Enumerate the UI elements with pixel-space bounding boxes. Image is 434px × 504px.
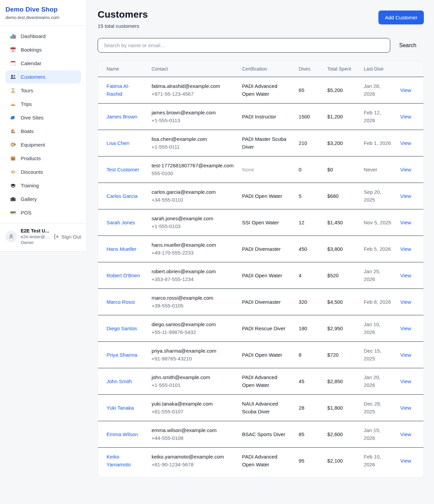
column-header-dives: Dives [295,61,323,77]
customer-last-dive: Sep 20, 2025 [360,183,396,209]
customer-name-link[interactable]: Emma Wilson [106,431,138,437]
table-row: Hans Mueller hans.mueller@example.com +4… [98,236,423,262]
customer-last-dive: Feb 1, 2026 [360,130,396,156]
search-button[interactable]: Search [392,39,424,52]
speedboat-icon [10,101,16,107]
scuba-mask-icon [10,142,16,148]
view-customer-link[interactable]: View [400,140,411,146]
customer-phone: +34-555-0110 [152,196,234,204]
view-customer-link[interactable]: View [400,299,411,305]
view-customer-link[interactable]: View [400,167,411,172]
customer-dives: 450 [295,236,323,262]
view-customer-link[interactable]: View [400,458,411,464]
add-customer-button[interactable]: Add Customer [378,11,424,24]
sidebar-item-discounts[interactable]: Discounts [5,165,81,179]
customer-email: marco.rossi@example.com [152,294,234,302]
customer-dives: 8 [295,342,323,368]
sidebar-item-calendar[interactable]: Calendar [5,57,81,70]
customer-email: test-1772681807767@example.com [152,162,234,170]
table-row: Carlos Garcia carlos.garcia@example.com … [98,183,423,209]
main-content: Customers 15 total customers Add Custome… [87,0,434,478]
sidebar-item-training[interactable]: Training [5,179,81,192]
customer-phone: +81-555-0107 [152,408,234,416]
customer-name-link[interactable]: Diego Santos [106,325,137,331]
view-customer-link[interactable]: View [400,405,411,411]
customer-name-link[interactable]: James Brown [106,114,137,119]
table-row: Emma Wilson emma.wilson@example.com +44-… [98,421,423,448]
customer-total-spent: $3,800 [323,236,360,262]
table-row: Robert O'Brien robert.obrien@example.com… [98,262,423,289]
customer-name-link[interactable]: Yuki Tanaka [106,405,134,411]
sidebar-item-gallery[interactable]: Gallery [5,192,81,206]
sidebar-item-customers[interactable]: Customers [5,70,81,83]
customer-certification: PADI Advanced Open Water [238,77,295,104]
camera-icon [10,196,16,202]
sidebar-item-label: Dashboard [21,33,45,39]
view-customer-link[interactable]: View [400,431,411,437]
customer-certification: BSAC Sports Diver [238,421,295,448]
column-header-actions [396,61,423,77]
sidebar-item-label: Products [21,155,41,161]
customer-phone: +44-555-0108 [152,434,234,442]
view-customer-link[interactable]: View [400,352,411,358]
sidebar-item-equipment[interactable]: Equipment [5,138,81,151]
customer-phone: +39-555-0105 [152,302,234,310]
view-customer-link[interactable]: View [400,246,411,252]
view-customer-link[interactable]: View [400,378,411,384]
customer-name-link[interactable]: Priya Sharma [106,352,137,358]
customer-last-dive: Dec 15, 2025 [360,342,396,368]
user-block: E2E Test U... e2e-tester@... Owner Sign … [0,223,86,250]
sidebar-item-products[interactable]: Products [5,152,81,165]
customer-dives: 12 [295,209,323,236]
sidebar-item-label: Boats [21,128,34,134]
customer-name-link[interactable]: John Smith [106,378,132,384]
customer-last-dive: Feb 5, 2026 [360,236,396,262]
view-customer-link[interactable]: View [400,220,411,225]
customer-name-link[interactable]: Sarah Jones [106,220,135,225]
sign-out-label: Sign Out [61,234,81,240]
sidebar-item-bookings[interactable]: 17Bookings [5,43,81,56]
shop-domain: demo.test.divestreams.com [5,15,81,20]
customer-name-link[interactable]: Carlos Garcia [106,193,138,199]
customer-dives: 1500 [295,104,323,130]
customer-name-link[interactable]: Fatima Al-Rashid [106,83,130,97]
customer-dives: 4 [295,262,323,289]
customer-email: hans.mueller@example.com [152,241,234,249]
sidebar-item-trips[interactable]: Trips [5,97,81,111]
customer-phone: +81-90-1234-5678 [152,461,234,469]
user-role: Owner [21,240,50,245]
search-row: Search [98,38,424,53]
customer-phone: 555-0100 [152,170,234,178]
customer-certification: PADI Open Water [238,262,295,289]
customer-name-link[interactable]: Marco Rossi [106,299,135,305]
table-row: Fatima Al-Rashid fatima.alrashid@example… [98,77,423,104]
bar-chart-icon [10,33,16,39]
sailboat-icon [10,128,16,134]
customer-last-dive: Jan 25, 2026 [360,262,396,289]
customer-name-link[interactable]: Hans Mueller [106,246,136,252]
view-customer-link[interactable]: View [400,193,411,199]
sidebar-item-dashboard[interactable]: Dashboard [5,30,81,43]
view-customer-link[interactable]: View [400,325,411,331]
customer-name-link[interactable]: Test Customer [106,167,139,172]
customer-phone: +49-170-555-2233 [152,249,234,257]
customer-name-link[interactable]: Lisa Chen [106,140,130,146]
svg-text:17: 17 [12,50,15,52]
sign-out-button[interactable]: Sign Out [53,234,81,240]
calendar-date-icon: 17 [10,46,16,53]
customers-table-card: Name Contact Certification Dives Total S… [98,61,424,478]
customer-certification: PADI Divemaster [238,236,295,262]
customer-dives: 45 [295,368,323,395]
sidebar-item-dive-sites[interactable]: Dive Sites [5,111,81,124]
sidebar-item-tours[interactable]: Tours [5,84,81,97]
sidebar-item-pos[interactable]: POS [5,206,81,219]
island-icon [10,87,16,94]
customer-name-link[interactable]: Keiko Yamamoto [106,454,131,467]
customer-email: robert.obrien@example.com [152,268,234,276]
search-input[interactable] [98,38,390,53]
view-customer-link[interactable]: View [400,273,411,278]
view-customer-link[interactable]: View [400,87,411,93]
sidebar-item-boats[interactable]: Boats [5,125,81,138]
view-customer-link[interactable]: View [400,114,411,119]
customer-name-link[interactable]: Robert O'Brien [106,273,140,278]
